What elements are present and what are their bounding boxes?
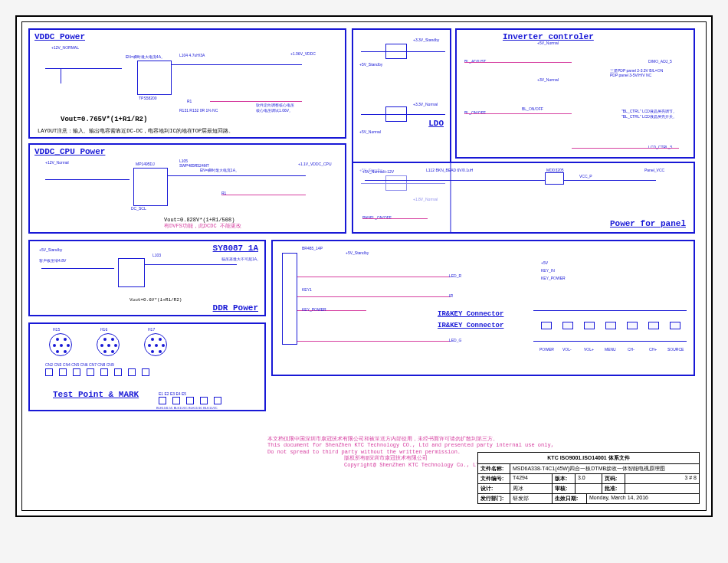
ddr-subtitle: SY8087 1A xyxy=(213,244,258,253)
tp-cn2 xyxy=(45,368,53,376)
titleblock-head: KTC ISO9001.ISO14001 体系文件 xyxy=(478,453,699,463)
panel-mosfet xyxy=(545,172,564,185)
mark-e5 xyxy=(214,397,221,404)
ldo-ic2 xyxy=(385,106,407,122)
ddr-title: DDR Power xyxy=(213,303,258,313)
btn-ch-down[interactable] xyxy=(627,322,638,329)
btn-vol-down[interactable] xyxy=(562,322,573,329)
btn-power[interactable] xyxy=(541,322,552,329)
tp-title: Test Point & MARK xyxy=(53,390,139,399)
tp-cn6 xyxy=(100,368,108,376)
block-ddr-power: SY8087 1A DDR Power +5V_Standby 客户板压缩4.8… xyxy=(28,240,266,316)
btn-menu[interactable] xyxy=(605,322,616,329)
tb-filename: MSD6A338-T4C1(45W)四合一板DTMB接收一体智能电视原理图 xyxy=(510,464,699,473)
ldo-title: LDO xyxy=(428,119,444,128)
vddc-formula: Vout=0.765V*(1+R1/R2) xyxy=(61,116,147,123)
block-panel-power: Power for panel +5V_Normal/+12V L112 BKN… xyxy=(352,162,695,234)
tp-cn4 xyxy=(73,368,80,376)
tp-cn5 xyxy=(87,368,94,376)
block-testpoint: Test Point & MARK H15 H16 H17 xyxy=(28,322,266,411)
block-irkey: BR485_14P +5V_Standby LED_R IR KEY1 KEY_… xyxy=(271,240,695,376)
ddr-ic xyxy=(118,258,145,287)
tp-cn9 xyxy=(142,368,149,376)
vddc-vin-rail: +12V_NORMAL xyxy=(51,45,79,50)
tp-cn8 xyxy=(128,368,136,376)
irkey-title-2: IR&KEY Connector xyxy=(438,322,503,329)
btn-vol-up[interactable] xyxy=(584,322,595,329)
inner-frame: VDDC Power +12V_NORMAL TPS58200 L104 4.7… xyxy=(21,21,707,511)
vddc-layout-note: LAYOUT注意：输入、输出电容需靠近DC-DC，电容地到IC的地在TOP层最短… xyxy=(38,127,234,135)
mark-e4 xyxy=(200,397,208,404)
dvfs-note: 有DVFS功能，此DCDC 不能更改 xyxy=(164,222,241,230)
title-block: KTC ISO9001.ISO14001 体系文件 文件名称: MSD6A338… xyxy=(477,452,700,504)
vddc-cpu-title: VDDC_CPU Power xyxy=(34,147,105,156)
mark-e3 xyxy=(186,397,194,404)
ldo-ic1 xyxy=(385,44,407,59)
tp-cn3 xyxy=(59,368,67,376)
conn-h15 xyxy=(49,333,72,356)
tp-cn7 xyxy=(114,368,122,376)
mark-e2 xyxy=(172,397,180,404)
vddc-ic xyxy=(137,61,172,95)
mark-e1 xyxy=(159,397,166,404)
panel-title: Power for panel xyxy=(610,219,686,228)
vddc-title: VDDC Power xyxy=(34,32,85,41)
drawing-sheet: VDDC Power +12V_NORMAL TPS58200 L104 4.7… xyxy=(15,15,713,517)
conn-h16 xyxy=(97,333,120,356)
irkey-title-1: IR&KEY Connector xyxy=(438,310,503,318)
block-inverter: Inverter controler +5V_Normal BL_ADJUST … xyxy=(455,28,695,159)
vddc-vout-rail: +1.06V_VDDC xyxy=(290,51,316,56)
irkey-connector xyxy=(282,253,297,345)
inverter-title: Inverter controler xyxy=(503,32,594,41)
block-vddc-power: VDDC Power +12V_NORMAL TPS58200 L104 4.7… xyxy=(28,28,346,139)
vddc-cpu-ic xyxy=(133,168,168,206)
conn-h17 xyxy=(144,333,167,356)
btn-ch-up[interactable] xyxy=(648,322,659,329)
btn-source[interactable] xyxy=(670,322,680,329)
block-vddc-cpu-power: VDDC_CPU Power +12V_Normal MP1495DJ L105… xyxy=(28,143,346,234)
